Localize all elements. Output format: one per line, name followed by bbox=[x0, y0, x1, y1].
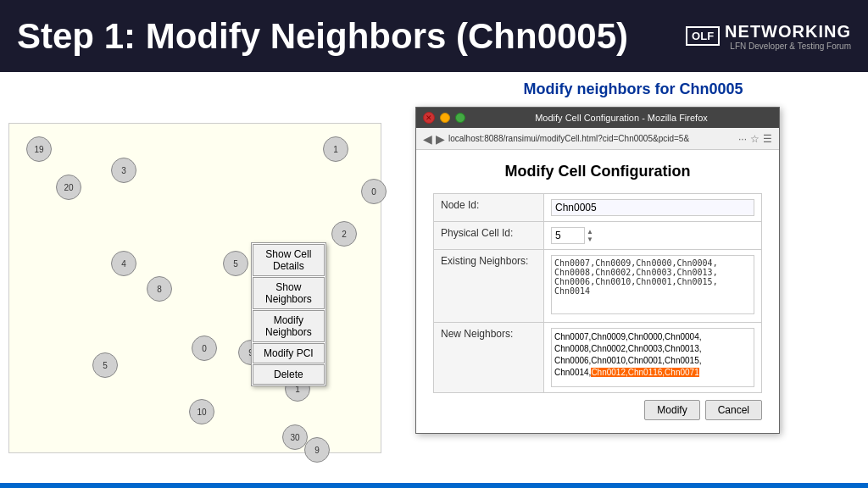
browser-titlebar: ✕ Modify Cell Configuration - Mozilla Fi… bbox=[416, 108, 779, 128]
browser-bookmark-icon[interactable]: ☆ bbox=[750, 133, 760, 145]
new-neighbors-value-cell: Chn0007,Chn0009,Chn0000,Chn0004,Chn0008,… bbox=[544, 323, 762, 393]
spinner-down-icon[interactable]: ▼ bbox=[587, 236, 593, 243]
node-5a[interactable]: 5 bbox=[223, 251, 248, 276]
new-neighbors-display[interactable]: Chn0007,Chn0009,Chn0000,Chn0004,Chn0008,… bbox=[551, 328, 754, 387]
physical-cell-id-value-cell: ▲ ▼ bbox=[544, 222, 762, 250]
node-2[interactable]: 2 bbox=[331, 221, 357, 247]
node-20[interactable]: 20 bbox=[56, 175, 81, 200]
browser-title-text: Modify Cell Configuration - Mozilla Fire… bbox=[470, 113, 772, 123]
browser-close-button[interactable]: ✕ bbox=[423, 112, 435, 124]
node-8[interactable]: 8 bbox=[147, 276, 172, 302]
cancel-button[interactable]: Cancel bbox=[705, 400, 762, 420]
main-content: 19 1 3 20 0 2 4 5 8 0 9 5 1 10 30 9 Show… bbox=[0, 72, 868, 488]
node-0a[interactable]: 0 bbox=[361, 179, 387, 204]
physical-cell-id-label: Physical Cell Id: bbox=[434, 222, 544, 250]
page-title: Step 1: Modify Neighbors (Chn0005) bbox=[17, 16, 628, 57]
browser-maximize-button[interactable] bbox=[455, 113, 465, 123]
node-id-input[interactable] bbox=[551, 199, 754, 216]
node-9b[interactable]: 9 bbox=[304, 437, 330, 463]
modify-neighbors-title: Modify neighbors for Chn0005 bbox=[415, 80, 851, 98]
physical-cell-id-input[interactable] bbox=[551, 227, 585, 244]
form-table: Node Id: Physical Cell Id: ▲ bbox=[433, 193, 762, 393]
browser-url-icons: ··· ☆ ☰ bbox=[738, 133, 772, 145]
node-id-row: Node Id: bbox=[434, 194, 762, 222]
logo-subtitle: LFN Developer & Testing Forum bbox=[725, 42, 851, 51]
node-5b[interactable]: 5 bbox=[92, 352, 118, 378]
new-neighbors-row: New Neighbors: Chn0007,Chn0009,Chn0000,C… bbox=[434, 323, 762, 393]
form-buttons: Modify Cancel bbox=[433, 400, 762, 420]
existing-neighbors-textarea[interactable]: Chn0007,Chn0009,Chn0000,Chn0004, Chn0008… bbox=[551, 255, 754, 314]
header: Step 1: Modify Neighbors (Chn0005) OLF N… bbox=[0, 0, 868, 72]
node-0b[interactable]: 0 bbox=[192, 336, 217, 361]
existing-neighbors-row: Existing Neighbors: Chn0007,Chn0009,Chn0… bbox=[434, 250, 762, 323]
form-title: Modify Cell Configuration bbox=[433, 163, 762, 180]
physical-cell-id-row: Physical Cell Id: ▲ ▼ bbox=[434, 222, 762, 250]
url-field[interactable]: localhost:8088/ransimui/modifyCell.html?… bbox=[448, 134, 735, 143]
forward-icon[interactable]: ▶ bbox=[436, 132, 445, 146]
existing-neighbors-label: Existing Neighbors: bbox=[434, 250, 544, 323]
left-panel: 19 1 3 20 0 2 4 5 8 0 9 5 1 10 30 9 Show… bbox=[0, 72, 398, 488]
modify-button[interactable]: Modify bbox=[644, 400, 699, 420]
node-id-value-cell bbox=[544, 194, 762, 222]
browser-menu-icon[interactable]: ☰ bbox=[763, 133, 772, 145]
spinner-up-icon[interactable]: ▲ bbox=[587, 228, 593, 236]
node-3[interactable]: 3 bbox=[111, 158, 136, 183]
browser-minimize-button[interactable] bbox=[440, 113, 450, 123]
context-menu-show-neighbors[interactable]: ShowNeighbors bbox=[253, 277, 325, 309]
logo-area: OLF NETWORKING LFN Developer & Testing F… bbox=[686, 22, 851, 51]
logo-networking: NETWORKING bbox=[725, 22, 851, 42]
right-panel: Modify neighbors for Chn0005 ✕ Modify Ce… bbox=[398, 72, 868, 488]
browser-content: Modify Cell Configuration Node Id: Physi… bbox=[416, 150, 779, 433]
context-menu-show-cell-details[interactable]: Show CellDetails bbox=[253, 244, 325, 276]
browser-urlbar: ◀ ▶ localhost:8088/ransimui/modifyCell.h… bbox=[416, 128, 779, 150]
new-neighbors-highlight: Chn0012,Chn0116,Chn0071 bbox=[591, 368, 698, 377]
logo-box-icon: OLF bbox=[686, 26, 720, 46]
node-4[interactable]: 4 bbox=[111, 251, 136, 276]
new-neighbors-label: New Neighbors: bbox=[434, 323, 544, 393]
node-10[interactable]: 10 bbox=[189, 399, 214, 424]
network-diagram: 19 1 3 20 0 2 4 5 8 0 9 5 1 10 30 9 Show… bbox=[8, 123, 381, 453]
node-19[interactable]: 19 bbox=[26, 136, 52, 162]
context-menu-modify-neighbors[interactable]: ModifyNeighbors bbox=[253, 310, 325, 342]
spinner-container: ▲ ▼ bbox=[551, 227, 754, 244]
node-1a[interactable]: 1 bbox=[323, 136, 348, 162]
context-menu-modify-pci[interactable]: Modify PCI bbox=[253, 343, 325, 363]
back-icon[interactable]: ◀ bbox=[423, 132, 432, 146]
node-id-label: Node Id: bbox=[434, 194, 544, 222]
browser-window: ✕ Modify Cell Configuration - Mozilla Fi… bbox=[415, 107, 780, 434]
bottom-bar bbox=[0, 483, 868, 488]
spinner-arrows: ▲ ▼ bbox=[587, 228, 593, 243]
context-menu: Show CellDetails ShowNeighbors ModifyNei… bbox=[251, 242, 326, 386]
browser-options-icon[interactable]: ··· bbox=[738, 133, 747, 145]
existing-neighbors-value-cell: Chn0007,Chn0009,Chn0000,Chn0004, Chn0008… bbox=[544, 250, 762, 323]
context-menu-delete[interactable]: Delete bbox=[253, 364, 325, 385]
